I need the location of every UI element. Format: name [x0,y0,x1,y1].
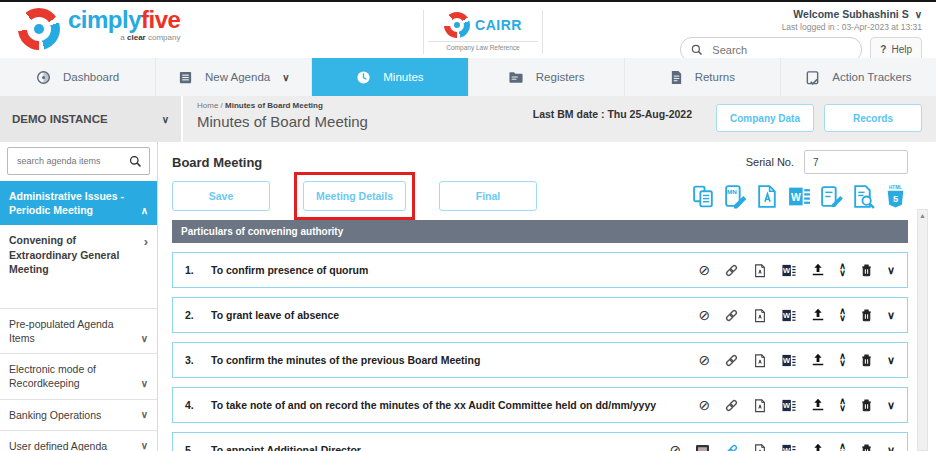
breadcrumb[interactable]: Home / Minutes of Board Meeting [197,101,533,110]
cairr-title: CAIRR [475,17,522,33]
vertical-scrollbar[interactable]: ▲ [917,209,928,451]
word-export-icon[interactable]: W [787,184,812,209]
delete-icon[interactable] [860,353,873,368]
board-meeting-title: Board Meeting [172,155,262,170]
link-icon[interactable] [724,443,739,451]
sidebar-item-administrative-issues[interactable]: Administrative Issues - Periodic Meeting… [0,181,157,225]
expand-icon[interactable]: ∨ [887,354,895,367]
welcome-text: Welcome Subhashini S [793,8,908,20]
disable-icon[interactable]: ⊘ [670,443,682,451]
delete-icon[interactable] [860,398,873,413]
word-icon[interactable]: W [781,443,797,451]
form-grid-icon[interactable] [695,444,710,451]
reorder-control[interactable]: ∧∨ [839,443,846,451]
company-data-button[interactable]: Company Data [716,104,814,132]
svg-text:HTML: HTML [889,185,902,190]
agenda-search-input[interactable] [15,155,119,167]
move-down-icon[interactable]: ∨ [839,405,846,412]
pdf-icon[interactable] [753,398,767,413]
nav-returns[interactable]: Returns [625,58,781,96]
expand-icon[interactable]: ∨ [887,444,895,451]
chevron-down-icon: ∨ [141,439,148,451]
move-down-icon[interactable]: ∨ [839,315,846,322]
move-down-icon[interactable]: ∨ [839,360,846,367]
agenda-row-4: 4.To take note of and on record the minu… [172,387,908,423]
expand-icon[interactable]: ∨ [887,264,895,277]
search-icon [129,155,142,168]
move-down-icon[interactable]: ∨ [839,270,846,277]
pdf-icon[interactable] [753,353,767,368]
nav-label: New Agenda [205,71,270,83]
pdf-icon[interactable] [753,308,767,323]
upload-icon[interactable] [811,263,825,277]
new-agenda-icon [178,70,193,85]
delete-icon[interactable] [860,308,873,323]
link-icon[interactable] [724,353,739,368]
nav-action-trackers[interactable]: Action Trackers [781,58,936,96]
word-icon[interactable]: W [781,398,797,413]
nav-registers[interactable]: Registers [469,58,625,96]
instance-selector[interactable]: DEMO INSTANCE ∨ [0,96,183,142]
disable-icon[interactable]: ⊘ [699,398,711,412]
records-button[interactable]: Records [824,104,922,132]
agenda-row-2: 2.To grant leave of absence ⊘ W ∧∨ ∨ [172,297,908,333]
chevron-down-icon[interactable]: ∨ [162,114,169,125]
sidebar-item-convening-egm[interactable]: Convening of Extraordinary General Meeti… [0,225,157,298]
upload-icon[interactable] [811,443,825,451]
sidebar-item-banking-operations[interactable]: Banking Operations ∨ [0,399,157,430]
reorder-control[interactable]: ∧∨ [839,398,846,412]
scroll-up-arrow-icon[interactable]: ▲ [918,210,927,221]
serial-no-input[interactable] [804,150,908,174]
pdf-export-icon[interactable] [755,184,780,209]
link-icon[interactable] [724,398,739,413]
html5-export-icon[interactable]: HTML5 [883,184,908,209]
upload-icon[interactable] [811,308,825,322]
link-icon[interactable] [724,308,739,323]
chevron-right-icon: › [144,233,148,251]
cimplyfive-logo-icon [18,8,60,50]
expand-icon[interactable]: ∨ [887,399,895,412]
agenda-row-1: 1.To confirm presence of quorum ⊘ W ∧∨ ∨ [172,252,908,288]
disable-icon[interactable]: ⊘ [699,308,711,322]
pdf-icon[interactable] [753,263,767,278]
nav-minutes[interactable]: Minutes [312,58,468,96]
edit-document-icon[interactable] [819,184,844,209]
disable-icon[interactable]: ⊘ [699,263,711,277]
minutes-edit-icon[interactable]: MN [723,184,748,209]
last-logged-in: Last logged in : 03-Apr-2023 at 13:31 [680,22,922,32]
agenda-item-text: To appoint Additional Director [211,444,361,451]
disable-icon[interactable]: ⊘ [699,353,711,367]
sidebar-item-pre-populated[interactable]: Pre-populated Agenda Items ∨ [0,308,157,353]
word-icon[interactable]: W [781,263,797,278]
reorder-control[interactable]: ∧∨ [839,263,846,277]
sidebar-item-user-defined-agenda[interactable]: User defined Agenda ∨ [0,430,157,451]
nav-new-agenda[interactable]: New Agenda ∨ [156,58,312,96]
save-button[interactable]: Save [172,181,270,211]
user-menu[interactable]: Welcome Subhashini S ∨ [680,8,922,20]
meeting-details-button[interactable]: Meeting Details [303,181,406,211]
sidebar-item-electronic-recordkeeping[interactable]: Electronic mode of Recordkeeping ∨ [0,353,157,398]
reorder-control[interactable]: ∧∨ [839,353,846,367]
final-button[interactable]: Final [439,181,537,211]
preview-search-icon[interactable] [851,184,876,209]
nav-label: Registers [536,71,585,83]
word-icon[interactable]: W [781,308,797,323]
copy-icon[interactable] [691,184,716,209]
chevron-down-icon[interactable]: ∨ [915,9,922,20]
upload-icon[interactable] [811,398,825,412]
delete-icon[interactable] [860,263,873,278]
upload-icon[interactable] [811,353,825,367]
nav-dashboard[interactable]: Dashboard [0,58,156,96]
agenda-search[interactable] [7,147,150,175]
expand-icon[interactable]: ∨ [887,309,895,322]
delete-icon[interactable] [860,443,873,451]
link-icon[interactable] [724,263,739,278]
word-icon[interactable]: W [781,353,797,368]
cimplyfive-logo: cimplyfive a clear company [18,8,180,50]
pdf-icon[interactable] [753,443,767,451]
global-search-input[interactable] [710,43,824,57]
help-question-icon: ? [880,44,886,55]
agenda-row-5: 5.To appoint Additional Director ⊘ W ∧∨ … [172,432,908,451]
reorder-control[interactable]: ∧∨ [839,308,846,322]
agenda-item-text: To grant leave of absence [211,309,339,321]
